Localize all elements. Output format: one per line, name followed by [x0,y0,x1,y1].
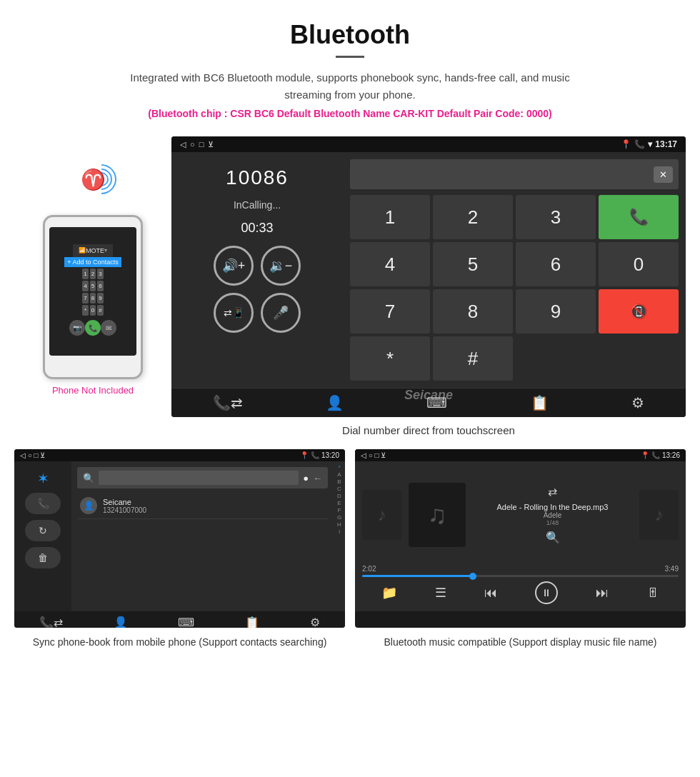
clock-display: 13:17 [655,139,677,149]
pb-nav-history[interactable]: 📋 [245,616,259,628]
music-eq-icon[interactable]: 🎚 [646,586,659,601]
pb-nav-dialpad[interactable]: ⌨ [178,616,194,628]
phone-key-3[interactable]: 3 [97,269,103,279]
transfer-button[interactable]: ⇄📱 [214,293,254,333]
nav-contacts-icon[interactable]: 👤 [326,394,344,411]
recents-icon[interactable]: □ [199,140,204,149]
dial-key-7[interactable]: 7 [350,289,430,334]
nav-history-icon[interactable]: 📋 [531,394,549,411]
dial-key-6[interactable]: 6 [516,242,596,286]
nav-settings-icon[interactable]: ⚙ [631,394,644,411]
alpha-c[interactable]: C [334,486,345,492]
nav-dialpad-icon[interactable]: ⌨ [426,394,447,411]
music-prev-icon[interactable]: ⏮ [484,586,497,601]
dial-key-0[interactable]: 0 [599,242,679,286]
nav-phone-icon[interactable]: 📞⇄ [213,394,243,411]
music-location-icon: 📍 [641,451,649,459]
phone-key-9[interactable]: 9 [97,293,103,304]
alpha-h[interactable]: H [334,521,345,528]
pb-notif-icon: ⊻ [40,451,45,459]
phone-mock-area: ♈ 📶MOTE▾ + Add to Contacts 1 2 3 4 [14,136,171,396]
call-controls: 🔊+ 🔉− ⇄📱 🎤 [214,246,301,333]
alpha-d[interactable]: D [334,493,345,499]
music-progress-bar[interactable] [362,575,679,577]
album-art-left: ♪ [362,490,401,540]
dial-key-1[interactable]: 1 [350,195,430,239]
pb-nav-phone[interactable]: 📞⇄ [39,616,63,628]
volume-down-button[interactable]: 🔉− [261,246,301,286]
music-caption: Bluetooth music compatible (Support disp… [355,635,686,650]
music-folder-icon[interactable]: 📁 [381,585,397,601]
pb-delete-action[interactable]: 🗑 [25,547,61,568]
pb-status-right: 📍 📞 13:20 [300,451,339,459]
pb-search-icon: 🔍 [83,473,94,483]
music-notif-icon: ⊻ [381,451,386,459]
alpha-f[interactable]: F [334,507,345,513]
phone-key-4[interactable]: 4 [82,281,88,291]
alpha-g[interactable]: G [334,514,345,521]
wifi-icon: ▾ [648,139,652,149]
dial-caption: Dial number direct from touchscreen [171,424,686,436]
music-status-left: ◁ ○ □ ⊻ [361,451,386,459]
pb-location-icon: 📍 [300,451,309,459]
pb-contact-item[interactable]: 👤 Seicane 13241007000 [77,493,328,519]
music-home-icon: ○ [369,451,373,459]
page-title: Bluetooth [0,20,700,50]
status-bar-left: ◁ ○ □ ⊻ [180,140,214,149]
bluetooth-icon-waves: ♈ [71,158,114,201]
backspace-button[interactable]: ✕ [654,166,673,183]
car-call-screen[interactable]: ◁ ○ □ ⊻ 📍 📞 ▾ 13:17 [171,136,686,417]
phone-call-icon[interactable]: 📞 [85,320,101,336]
pb-recents-icon: □ [34,451,39,459]
pb-nav-settings[interactable]: ⚙ [310,616,320,628]
alpha-i[interactable]: I [334,528,345,535]
phone-key-7[interactable]: 7 [82,293,88,304]
music-play-button[interactable]: ⏸ [535,581,558,604]
alpha-e[interactable]: E [334,500,345,506]
contact-number: 13241007000 [103,506,146,514]
call-btn-row-2: ⇄📱 🎤 [214,293,301,333]
pb-home-icon: ○ [28,451,32,459]
phone-key-hash[interactable]: # [97,305,103,316]
dial-key-8[interactable]: 8 [433,289,513,334]
dial-end-button[interactable]: 📵 [599,289,679,334]
pb-backspace-icon[interactable]: ← [313,473,322,483]
volume-up-button[interactable]: 🔊+ [214,246,254,286]
pb-search-input[interactable] [99,471,299,485]
back-icon[interactable]: ◁ [180,140,186,149]
home-icon[interactable]: ○ [190,140,195,149]
bottom-section: ◁ ○ □ ⊻ 📍 📞 13:20 ✶ [0,449,700,650]
pb-nav-contacts[interactable]: 👤 [114,616,128,628]
pb-search-bar[interactable]: 🔍 ● ← [77,467,328,488]
dial-key-9[interactable]: 9 [516,289,596,334]
dial-key-5[interactable]: 5 [433,242,513,286]
phone-key-2[interactable]: 2 [90,269,96,279]
dial-key-star[interactable]: * [350,336,430,381]
alpha-b[interactable]: B [334,478,345,485]
pb-sync-action[interactable]: ↻ [25,520,61,541]
alpha-star[interactable]: * [334,464,345,471]
phone-key-0[interactable]: 0 [90,305,96,316]
phone-key-6[interactable]: 6 [97,281,103,291]
dialpad-display: ✕ [350,159,679,189]
dial-spacer-1 [516,336,596,381]
phonebook-card: ◁ ○ □ ⊻ 📍 📞 13:20 ✶ [14,449,345,650]
music-list-icon[interactable]: ☰ [435,585,446,601]
dial-key-3[interactable]: 3 [516,195,596,239]
alpha-a[interactable]: A [334,471,345,478]
dial-key-4[interactable]: 4 [350,242,430,286]
dial-call-button[interactable]: 📞 [599,195,679,239]
music-next-icon[interactable]: ⏭ [596,586,609,601]
music-search-icon[interactable]: 🔍 [546,531,560,544]
phonebook-screen: ◁ ○ □ ⊻ 📍 📞 13:20 ✶ [14,449,345,628]
dial-key-2[interactable]: 2 [433,195,513,239]
phone-key-5[interactable]: 5 [90,281,96,291]
pb-call-action[interactable]: 📞 [25,493,61,514]
mic-button[interactable]: 🎤 [261,293,301,333]
phone-key-8[interactable]: 8 [90,293,96,304]
phone-key-1[interactable]: 1 [82,269,88,279]
top-section: ♈ 📶MOTE▾ + Add to Contacts 1 2 3 4 [0,136,700,417]
shuffle-icon[interactable]: ⇄ [548,485,557,498]
dial-key-hash[interactable]: # [433,336,513,381]
phone-key-star[interactable]: * [82,305,88,316]
